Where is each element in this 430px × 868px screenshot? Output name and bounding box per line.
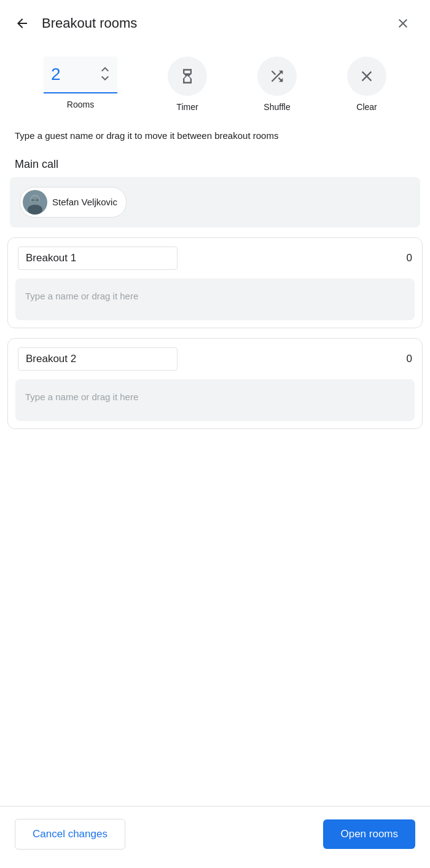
main-call-area: Stefan Veljkovic <box>10 177 420 227</box>
close-icon <box>396 16 410 31</box>
header: Breakout rooms <box>0 0 430 44</box>
participant-name: Stefan Veljkovic <box>52 197 117 207</box>
clear-button[interactable] <box>347 57 386 96</box>
controls-row: 2 Rooms <box>0 44 430 124</box>
breakout-2-count: 0 <box>407 353 412 365</box>
timer-icon <box>179 68 196 85</box>
open-rooms-button[interactable]: Open rooms <box>323 819 415 849</box>
rooms-label: Rooms <box>67 100 94 109</box>
breakout-2-placeholder: Type a name or drag it here <box>25 392 138 402</box>
breakout-2-name-input[interactable] <box>18 347 178 371</box>
breakout-card-2: 0 Type a name or drag it here <box>7 338 423 429</box>
avatar-image <box>23 190 47 215</box>
rooms-number: 2 <box>51 65 98 84</box>
header-left: Breakout rooms <box>10 11 137 36</box>
avatar <box>23 190 47 215</box>
back-icon <box>15 16 29 31</box>
bottom-actions: Cancel changes Open rooms <box>0 806 430 868</box>
participant-chip: Stefan Veljkovic <box>20 187 127 218</box>
timer-control: Timer <box>168 57 207 112</box>
breakout-1-header: 0 <box>8 238 422 278</box>
shuffle-icon <box>268 68 286 85</box>
timer-label: Timer <box>176 102 198 112</box>
rooms-stepper <box>98 64 112 85</box>
breakout-1-placeholder: Type a name or drag it here <box>25 291 138 301</box>
instruction-text: Type a guest name or drag it to move it … <box>0 124 430 153</box>
breakout-1-drop-area[interactable]: Type a name or drag it here <box>15 278 415 320</box>
breakout-1-count: 0 <box>407 252 412 264</box>
cancel-button[interactable]: Cancel changes <box>15 819 125 850</box>
rooms-decrement[interactable] <box>98 75 112 85</box>
breakout-2-drop-area[interactable]: Type a name or drag it here <box>15 379 415 421</box>
main-call-title: Main call <box>0 153 430 177</box>
rooms-input-wrapper: 2 <box>44 57 117 93</box>
back-button[interactable] <box>10 11 34 36</box>
breakout-card-1: 0 Type a name or drag it here <box>7 237 423 328</box>
breakout-2-header: 0 <box>8 339 422 379</box>
page-title: Breakout rooms <box>42 15 137 31</box>
shuffle-button[interactable] <box>257 57 297 96</box>
page-container: Breakout rooms 2 <box>0 0 430 868</box>
rooms-increment[interactable] <box>98 64 112 74</box>
svg-rect-4 <box>31 199 34 201</box>
main-content: 2 Rooms <box>0 44 430 868</box>
rooms-control: 2 Rooms <box>44 57 117 109</box>
close-button[interactable] <box>391 11 415 36</box>
shuffle-label: Shuffle <box>264 102 290 112</box>
timer-button[interactable] <box>168 57 207 96</box>
breakout-1-name-input[interactable] <box>18 247 178 270</box>
shuffle-control: Shuffle <box>257 57 297 112</box>
clear-label: Clear <box>356 102 377 112</box>
svg-point-1 <box>28 205 42 215</box>
clear-icon <box>358 68 375 85</box>
clear-control: Clear <box>347 57 386 112</box>
svg-rect-5 <box>36 199 39 201</box>
